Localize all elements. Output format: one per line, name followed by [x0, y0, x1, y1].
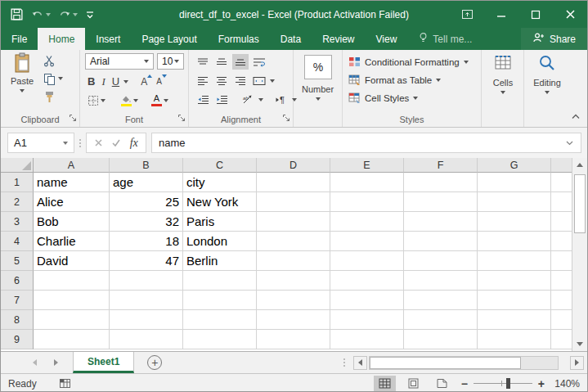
cell-G5[interactable]: [478, 251, 551, 271]
cell-C9[interactable]: [183, 330, 257, 349]
share-button[interactable]: Share: [521, 28, 587, 50]
save-icon[interactable]: [7, 5, 26, 25]
column-header-A[interactable]: A: [34, 158, 110, 173]
borders-button[interactable]: [85, 92, 108, 108]
cell-E3[interactable]: [330, 212, 404, 232]
select-all-button[interactable]: [1, 158, 34, 173]
row-header-3[interactable]: 3: [1, 212, 34, 232]
zoom-slider[interactable]: [474, 378, 532, 389]
row-header-2[interactable]: 2: [1, 192, 34, 212]
cut-button[interactable]: [43, 53, 63, 68]
macro-record-icon[interactable]: [59, 378, 71, 389]
customize-qat-icon[interactable]: [83, 5, 97, 25]
cell-D2[interactable]: [257, 192, 330, 212]
formula-input[interactable]: name: [151, 133, 581, 153]
row-header-6[interactable]: 6: [1, 271, 34, 291]
zoom-out-icon[interactable]: −: [461, 377, 468, 390]
cell-H1[interactable]: [551, 173, 572, 192]
ribbon-display-options-icon[interactable]: [450, 1, 484, 28]
horizontal-scrollbar[interactable]: [369, 356, 559, 370]
cell-A3[interactable]: Bob: [34, 212, 110, 232]
format-painter-button[interactable]: [43, 89, 63, 104]
vertical-scrollbar[interactable]: [572, 158, 587, 351]
orientation-dropdown-arrow[interactable]: [258, 98, 263, 101]
clipboard-dialog-launcher-icon[interactable]: [69, 114, 77, 124]
align-right-button[interactable]: [232, 73, 249, 88]
column-header-D[interactable]: D: [257, 158, 330, 173]
cell-F8[interactable]: [404, 310, 478, 330]
cell-B4[interactable]: 18: [110, 232, 183, 251]
row-header-8[interactable]: 8: [1, 310, 34, 330]
next-sheet-icon[interactable]: [45, 352, 66, 373]
copy-dropdown-arrow[interactable]: [58, 77, 63, 80]
insert-function-icon[interactable]: fx: [130, 137, 138, 150]
cell-D8[interactable]: [257, 310, 330, 330]
row-header-7[interactable]: 7: [1, 291, 34, 310]
cell-F3[interactable]: [404, 212, 478, 232]
italic-button[interactable]: I: [99, 74, 107, 89]
column-header-partial[interactable]: [551, 158, 572, 173]
cell-C8[interactable]: [183, 310, 257, 330]
merge-center-button[interactable]: [251, 73, 267, 88]
row-header-4[interactable]: 4: [1, 232, 34, 251]
paste-dropdown-arrow[interactable]: [20, 89, 25, 92]
text-direction-button[interactable]: ¶: [273, 92, 290, 107]
column-header-F[interactable]: F: [404, 158, 478, 173]
cell-G1[interactable]: [478, 173, 551, 192]
collapse-ribbon-icon[interactable]: [571, 112, 581, 122]
align-left-button[interactable]: [195, 73, 211, 88]
cell-F4[interactable]: [404, 232, 478, 251]
close-icon[interactable]: [553, 1, 587, 28]
format-as-table-button[interactable]: Format as Table: [348, 74, 441, 86]
sheet-tab-sheet1[interactable]: Sheet1: [73, 352, 134, 373]
cell-D6[interactable]: [257, 271, 330, 291]
cell-G2[interactable]: [478, 192, 551, 212]
tell-me-box[interactable]: Tell me...: [411, 28, 480, 50]
cell-E2[interactable]: [330, 192, 404, 212]
cell-E1[interactable]: [330, 173, 404, 192]
cell-H3[interactable]: [551, 212, 572, 232]
new-sheet-icon[interactable]: +: [147, 355, 162, 370]
name-box-dropdown-arrow[interactable]: [63, 142, 68, 145]
scroll-right-icon[interactable]: [570, 356, 584, 370]
top-align-button[interactable]: [195, 54, 211, 70]
cell-H4[interactable]: [551, 232, 572, 251]
tab-formulas[interactable]: Formulas: [208, 28, 270, 50]
cell-H8[interactable]: [551, 310, 572, 330]
row-header-9[interactable]: 9: [1, 330, 34, 349]
cell-B9[interactable]: [110, 330, 183, 349]
minimize-icon[interactable]: [484, 1, 518, 28]
cell-E8[interactable]: [330, 310, 404, 330]
cell-H6[interactable]: [551, 271, 572, 291]
number-format-dropdown-arrow[interactable]: [316, 97, 321, 101]
tab-insert[interactable]: Insert: [85, 28, 131, 50]
cell-D4[interactable]: [257, 232, 330, 251]
editing-dropdown-arrow[interactable]: [545, 91, 550, 94]
name-box[interactable]: A1: [7, 133, 74, 153]
previous-sheet-icon[interactable]: [24, 352, 45, 373]
vertical-scrollbar-thumb[interactable]: [574, 174, 586, 233]
expand-formula-bar-icon[interactable]: [565, 137, 574, 149]
cell-C4[interactable]: London: [183, 232, 257, 251]
cell-G7[interactable]: [478, 291, 551, 310]
copy-button[interactable]: [43, 71, 63, 86]
font-color-button[interactable]: A: [149, 92, 171, 108]
cells-dropdown-arrow[interactable]: [500, 91, 505, 94]
middle-align-button[interactable]: [213, 54, 230, 70]
tab-page-layout[interactable]: Page Layout: [131, 28, 207, 50]
merge-dropdown-arrow[interactable]: [270, 79, 275, 83]
horizontal-scrollbar-thumb[interactable]: [370, 357, 521, 369]
zoom-in-icon[interactable]: +: [538, 377, 545, 390]
cell-C7[interactable]: [183, 291, 257, 310]
scroll-up-icon[interactable]: [572, 158, 587, 172]
cancel-icon[interactable]: [94, 136, 103, 151]
zoom-level[interactable]: 140%: [550, 378, 580, 390]
cell-F2[interactable]: [404, 192, 478, 212]
tab-file[interactable]: File: [1, 28, 38, 50]
cell-D9[interactable]: [257, 330, 330, 349]
cell-D5[interactable]: [257, 251, 330, 271]
column-header-E[interactable]: E: [330, 158, 404, 173]
cell-H7[interactable]: [551, 291, 572, 310]
cell-F5[interactable]: [404, 251, 478, 271]
cell-E6[interactable]: [330, 271, 404, 291]
